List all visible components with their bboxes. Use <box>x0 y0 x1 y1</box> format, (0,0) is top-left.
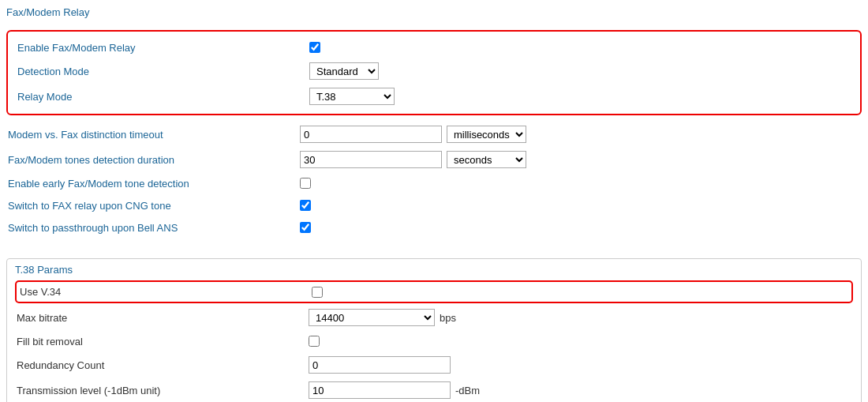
detection-mode-select[interactable]: Standard Advanced <box>309 62 379 80</box>
modem-fax-timeout-unit-select[interactable]: milliseconds seconds <box>447 126 526 143</box>
breadcrumb-link[interactable]: Fax/Modem Relay <box>6 6 89 18</box>
use-v34-label: Use V.34 <box>20 286 312 298</box>
switch-fax-label: Switch to FAX relay upon CNG tone <box>8 200 300 212</box>
switch-fax-checkbox[interactable] <box>300 200 311 211</box>
early-detection-row: Enable early Fax/Modem tone detection <box>6 172 862 194</box>
redundancy-count-label: Redundancy Count <box>17 359 309 371</box>
relay-mode-row: Relay Mode T.38 Pass-through <box>16 84 852 109</box>
transmission-level-unit: -dBm <box>455 385 480 396</box>
tones-detection-unit-select[interactable]: milliseconds seconds <box>447 151 526 168</box>
tones-detection-row: Fax/Modem tones detection duration milli… <box>6 147 862 172</box>
use-v34-checkbox[interactable] <box>312 287 323 298</box>
t38-params-title: T.38 Params <box>15 264 853 280</box>
max-bitrate-unit: bps <box>440 312 456 324</box>
enable-fax-modem-label: Enable Fax/Modem Relay <box>17 42 309 54</box>
modem-fax-timeout-row: Modem vs. Fax distinction timeout millis… <box>6 122 862 147</box>
relay-mode-select[interactable]: T.38 Pass-through <box>309 88 395 105</box>
relay-mode-label: Relay Mode <box>17 91 309 103</box>
enable-fax-modem-row: Enable Fax/Modem Relay <box>16 36 852 58</box>
max-bitrate-label: Max bitrate <box>17 312 309 324</box>
transmission-level-row: Transmission level (-1dBm unit) -dBm <box>15 378 853 402</box>
max-bitrate-select[interactable]: 2400 4800 7200 9600 12000 14400 33600 <box>309 309 435 326</box>
transmission-level-input[interactable] <box>309 381 451 399</box>
fax-modem-relay-box: Enable Fax/Modem Relay Detection Mode St… <box>6 30 862 115</box>
fill-bit-removal-row: Fill bit removal <box>15 330 853 352</box>
early-detection-label: Enable early Fax/Modem tone detection <box>8 178 300 190</box>
detection-mode-row: Detection Mode Standard Advanced <box>16 58 852 84</box>
redundancy-count-row: Redundancy Count <box>15 352 853 378</box>
modem-fax-timeout-label: Modem vs. Fax distinction timeout <box>8 129 300 141</box>
modem-fax-timeout-input[interactable] <box>300 126 442 143</box>
switch-passthrough-row: Switch to passthrough upon Bell ANS <box>6 216 862 239</box>
detection-mode-label: Detection Mode <box>17 66 309 77</box>
t38-params-title-link[interactable]: T.38 Params <box>15 264 73 276</box>
early-detection-checkbox[interactable] <box>300 178 311 189</box>
tones-detection-label: Fax/Modem tones detection duration <box>8 154 300 166</box>
transmission-level-label: Transmission level (-1dBm unit) <box>17 385 309 396</box>
breadcrumb: Fax/Modem Relay <box>6 6 862 18</box>
enable-fax-modem-checkbox[interactable] <box>309 42 320 53</box>
use-v34-row: Use V.34 <box>15 280 853 303</box>
switch-fax-row: Switch to FAX relay upon CNG tone <box>6 194 862 216</box>
redundancy-count-input[interactable] <box>309 356 451 374</box>
t38-params-section: T.38 Params Use V.34 Max bitrate 2400 48… <box>6 258 862 402</box>
tones-detection-input[interactable] <box>300 151 442 168</box>
switch-passthrough-label: Switch to passthrough upon Bell ANS <box>8 222 300 234</box>
fill-bit-removal-label: Fill bit removal <box>17 336 309 348</box>
max-bitrate-row: Max bitrate 2400 4800 7200 9600 12000 14… <box>15 305 853 330</box>
switch-passthrough-checkbox[interactable] <box>300 222 311 233</box>
fill-bit-removal-checkbox[interactable] <box>309 336 320 347</box>
